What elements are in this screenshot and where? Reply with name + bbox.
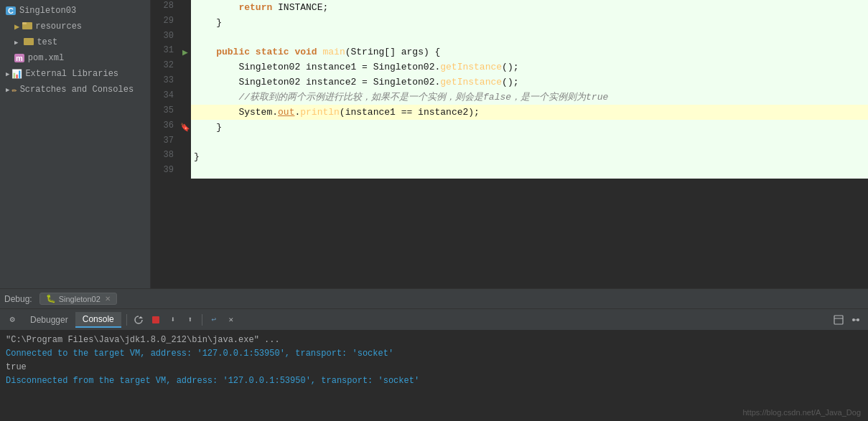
code-line-35: 35 System.out.println(instance1 == insta… bbox=[151, 105, 868, 120]
rerun-icon[interactable] bbox=[131, 312, 146, 328]
scratch-icon: ✏ bbox=[11, 85, 17, 95]
sidebar: C Singleton03 ▶ resources ▶ test m bbox=[0, 0, 151, 288]
line-number-35: 35 bbox=[151, 105, 179, 120]
line-number-30: 30 bbox=[151, 30, 179, 44]
console-line-4: Disconnected from the target VM, address… bbox=[6, 374, 862, 388]
line-content-39 bbox=[191, 164, 868, 179]
stop-svg bbox=[151, 316, 160, 324]
sep-1 bbox=[126, 314, 127, 326]
line-number-29: 29 bbox=[151, 15, 179, 30]
line-content-28: return INSTANCE; bbox=[191, 0, 868, 15]
print-icon[interactable]: ⬆ bbox=[182, 312, 198, 328]
sidebar-label-test: test bbox=[37, 37, 57, 47]
gutter-33 bbox=[179, 75, 191, 90]
code-line-31: 31 ▶ public static void main(String[] ar… bbox=[151, 44, 868, 60]
code-editor[interactable]: 28 return INSTANCE; 29 } 30 31 ▶ bbox=[151, 0, 868, 288]
debug-tab-singleton02[interactable]: 🐛 Singleton02 ✕ bbox=[39, 293, 117, 305]
settings-icon[interactable]: ⚙ bbox=[4, 312, 20, 328]
gutter-39 bbox=[179, 164, 191, 179]
console-toolbar: ⚙ Debugger Console ⬇ ⬆ bbox=[0, 309, 868, 331]
sidebar-item-singleton03[interactable]: C Singleton03 bbox=[0, 3, 150, 19]
sidebar-item-scratches[interactable]: ▶ ✏ Scratches and Consoles bbox=[0, 82, 150, 98]
line-content-34: //获取到的两个示例进行比较，如果不是一个实例，则会是false，是一个实例则为… bbox=[191, 90, 868, 105]
gutter-28 bbox=[179, 0, 191, 15]
debug-tab-label: Singleton02 bbox=[59, 295, 101, 303]
frame-icon[interactable] bbox=[831, 312, 846, 328]
sidebar-item-test[interactable]: ▶ test bbox=[0, 34, 150, 50]
svg-rect-5 bbox=[834, 316, 843, 324]
code-line-39: 39 bbox=[151, 164, 868, 179]
tab-debugger[interactable]: Debugger bbox=[23, 313, 75, 327]
svg-marker-3 bbox=[139, 316, 143, 318]
library-icon: 📊 bbox=[11, 69, 22, 80]
sidebar-label-resources: resources bbox=[35, 22, 82, 32]
bottom-panel: Debug: 🐛 Singleton02 ✕ ⚙ Debugger Consol… bbox=[0, 288, 868, 421]
line-number-32: 32 bbox=[151, 60, 179, 75]
line-number-36: 36 bbox=[151, 120, 179, 135]
thread-svg bbox=[851, 315, 861, 325]
folder-icon: ▶ bbox=[14, 22, 19, 32]
line-content-30 bbox=[191, 30, 868, 44]
svg-rect-4 bbox=[152, 316, 159, 323]
code-line-30: 30 bbox=[151, 30, 868, 44]
line-number-38: 38 bbox=[151, 149, 179, 164]
line-content-29: } bbox=[191, 15, 868, 30]
gutter-38 bbox=[179, 149, 191, 164]
code-editor-area: 28 return INSTANCE; 29 } 30 31 ▶ bbox=[151, 0, 868, 288]
code-line-29: 29 } bbox=[151, 15, 868, 30]
line-content-36: } bbox=[191, 120, 868, 135]
line-content-37 bbox=[191, 135, 868, 149]
stop-icon[interactable] bbox=[148, 312, 164, 328]
console-line-2: Connected to the target VM, address: '12… bbox=[6, 347, 862, 361]
line-content-31: public static void main(String[] args) { bbox=[191, 44, 868, 60]
gutter-34 bbox=[179, 90, 191, 105]
line-content-33: Singleton02 instance2 = Singleton02.getI… bbox=[191, 75, 868, 90]
code-line-36: 36 🔖 } bbox=[151, 120, 868, 135]
tab-console[interactable]: Console bbox=[75, 312, 121, 328]
sidebar-label-singleton03: Singleton03 bbox=[19, 6, 76, 16]
line-number-37: 37 bbox=[151, 135, 179, 149]
arrow-right-icon: ▶ bbox=[14, 39, 18, 47]
line-content-35: System.out.println(instance1 == instance… bbox=[191, 105, 868, 120]
gutter-32 bbox=[179, 60, 191, 75]
line-number-33: 33 bbox=[151, 75, 179, 90]
gutter-30 bbox=[179, 30, 191, 44]
line-number-39: 39 bbox=[151, 164, 179, 179]
soft-wrap-icon[interactable]: ↩ bbox=[206, 312, 222, 328]
code-line-33: 33 Singleton02 instance2 = Singleton02.g… bbox=[151, 75, 868, 90]
line-number-34: 34 bbox=[151, 90, 179, 105]
clear-icon[interactable]: ✕ bbox=[223, 312, 239, 328]
svg-point-8 bbox=[857, 318, 859, 321]
code-line-28: 28 return INSTANCE; bbox=[151, 0, 868, 15]
sidebar-label-pom: pom.xml bbox=[28, 53, 64, 63]
code-line-37: 37 bbox=[151, 135, 868, 149]
sidebar-item-resources[interactable]: ▶ resources bbox=[0, 19, 150, 34]
sidebar-label-external-libraries: External Libraries bbox=[25, 69, 118, 79]
gutter-31: ▶ bbox=[179, 44, 191, 60]
code-line-32: 32 Singleton02 instance1 = Singleton02.g… bbox=[151, 60, 868, 75]
line-number-28: 28 bbox=[151, 0, 179, 15]
scroll-to-end-icon[interactable]: ⬇ bbox=[165, 312, 181, 328]
gutter-35 bbox=[179, 105, 191, 120]
frame-svg bbox=[834, 315, 844, 325]
code-line-38: 38 } bbox=[151, 149, 868, 164]
svg-rect-1 bbox=[22, 22, 27, 24]
sidebar-item-external-libraries[interactable]: ▶ 📊 External Libraries bbox=[0, 66, 150, 82]
svg-point-7 bbox=[852, 318, 855, 321]
svg-rect-2 bbox=[24, 38, 34, 45]
folder-svg-icon bbox=[22, 21, 32, 29]
console-output[interactable]: "C:\Program Files\Java\jdk1.8.0_212\bin\… bbox=[0, 331, 868, 421]
console-toolbar-icons: ⬇ ⬆ ↩ ✕ bbox=[124, 312, 239, 328]
sep-2 bbox=[202, 314, 202, 326]
gutter-37 bbox=[179, 135, 191, 149]
bug-icon: 🐛 bbox=[46, 294, 56, 303]
pom-icon: m bbox=[14, 54, 24, 62]
rerun-svg bbox=[134, 315, 144, 325]
gutter-36: 🔖 bbox=[179, 120, 191, 135]
thread-icon[interactable] bbox=[848, 312, 864, 328]
gutter-29 bbox=[179, 15, 191, 30]
sidebar-item-pom[interactable]: m pom.xml bbox=[0, 50, 150, 66]
code-line-34: 34 //获取到的两个示例进行比较，如果不是一个实例，则会是false，是一个实… bbox=[151, 90, 868, 105]
close-tab-icon[interactable]: ✕ bbox=[105, 295, 111, 303]
debug-bar: Debug: 🐛 Singleton02 ✕ bbox=[0, 289, 868, 309]
